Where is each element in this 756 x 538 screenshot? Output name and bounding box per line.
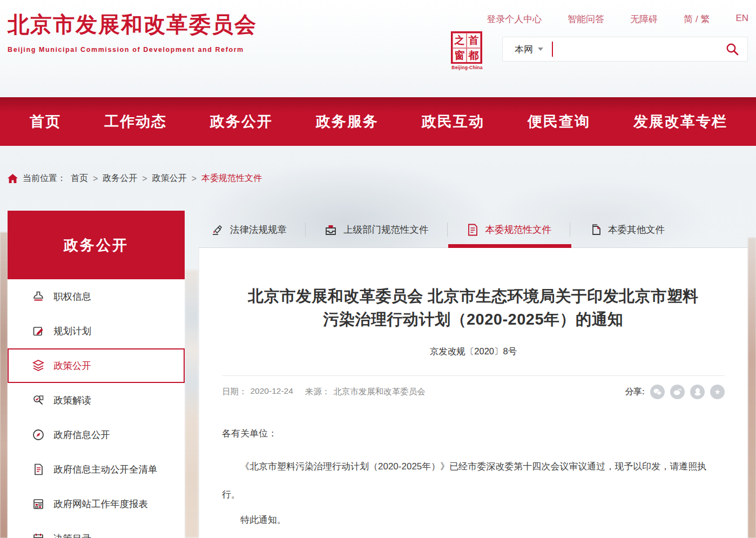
sidebar-item-policy-disclosure[interactable]: 政策公开 <box>8 348 185 383</box>
nav-item-reform-column[interactable]: 发展改革专栏 <box>633 112 727 131</box>
wechat-share-button[interactable] <box>650 385 665 399</box>
search-scope-dropdown[interactable]: 本网 <box>515 43 543 56</box>
nav-item-home[interactable]: 首页 <box>30 112 61 131</box>
nav-item-gov-services[interactable]: 政务服务 <box>316 112 379 131</box>
sidebar-item-website-annual-report[interactable]: 政府网站工作年度报表 <box>8 487 185 521</box>
breadcrumb-home[interactable]: 首页 <box>71 173 88 184</box>
article-source: 北京市发展和改革委员会 <box>333 386 426 398</box>
sidebar-item-gov-info-disclosure[interactable]: 政府信息公开 <box>8 418 185 452</box>
sidebar-item-decision-catalog[interactable]: 决策目录 <box>8 521 185 538</box>
sidebar-item-label: 政策解读 <box>53 394 91 407</box>
doc-pencil-icon <box>466 223 480 237</box>
page: { "header": { "site_title": "北京市发展和改革委员会… <box>0 0 756 538</box>
tab-divider <box>305 223 306 237</box>
article-panel: 北京市发展和改革委员会 北京市生态环境局关于印发北京市塑料 污染治理行动计划（2… <box>199 248 748 538</box>
sidebar-item-label: 政府信息公开 <box>53 428 110 441</box>
nav-item-work-news[interactable]: 工作动态 <box>104 112 167 131</box>
calendar-icon <box>31 532 45 538</box>
copy-doc-icon <box>589 223 602 237</box>
nav-item-public-interaction[interactable]: 政民互动 <box>422 112 484 131</box>
accessibility-link[interactable]: 无障碍 <box>630 13 658 25</box>
article-date: 2020-12-24 <box>251 386 293 398</box>
breadcrumb-separator: > <box>192 174 197 184</box>
document-icon <box>31 462 45 476</box>
tab-committee-other-docs[interactable]: 本委其他文件 <box>589 223 665 237</box>
source-label: 来源： <box>305 386 330 398</box>
inbox-icon <box>324 223 338 237</box>
edit-icon <box>31 324 45 338</box>
background-art-right <box>748 238 756 538</box>
text-cursor <box>552 42 553 57</box>
tab-divider <box>570 223 570 237</box>
search-bar: 本网 <box>502 37 748 62</box>
article-meta: 日期：2020-12-24 来源：北京市发展和改革委员会 <box>222 386 426 398</box>
simplified-traditional-link[interactable]: 简 / 繁 <box>684 13 710 25</box>
sidebar-item-label: 职权信息 <box>53 290 91 303</box>
chevron-down-icon <box>538 48 543 51</box>
nav-item-gov-disclosure[interactable]: 政务公开 <box>210 112 273 131</box>
search-scope-label: 本网 <box>515 43 533 56</box>
tab-label: 法律法规规章 <box>230 223 287 236</box>
article-title-line1: 北京市发展和改革委员会 北京市生态环境局关于印发北京市塑料 <box>222 285 725 308</box>
login-personal-center-link[interactable]: 登录个人中心 <box>487 13 542 25</box>
share-toolbar: 分享: ★ <box>625 385 725 399</box>
sidebar-item-label: 规划计划 <box>53 325 91 338</box>
tab-committee-normative-docs[interactable]: 本委规范性文件 <box>466 223 552 237</box>
seal-stamp-icon <box>211 223 224 237</box>
sidebar-item-label: 决策目录 <box>53 532 91 538</box>
tab-label: 本委其他文件 <box>608 223 665 236</box>
search-icon <box>725 42 739 56</box>
favorite-share-button[interactable]: ★ <box>710 385 725 399</box>
star-icon: ★ <box>714 388 721 396</box>
site-subtitle: Beijing Municipal Commission of Developm… <box>8 46 257 53</box>
share-label: 分享: <box>625 386 645 398</box>
sidebar-item-policy-interpretation[interactable]: 政策解读 <box>8 383 185 418</box>
weibo-share-button[interactable] <box>670 385 685 399</box>
article-meta-row: 日期：2020-12-24 来源：北京市发展和改革委员会 分享: <box>222 376 725 407</box>
main-navigation: 首页 工作动态 政务公开 政务服务 政民互动 便民查询 发展改革专栏 <box>0 97 756 146</box>
sidebar-title: 政务公开 <box>8 211 185 279</box>
breadcrumb-current[interactable]: 本委规范性文件 <box>201 173 262 184</box>
search-input[interactable] <box>555 38 721 60</box>
seal-char: 之 <box>453 33 467 48</box>
seal-icon: 之 首 窗 都 <box>451 31 482 64</box>
tab-superior-normative-docs[interactable]: 上级部门规范性文件 <box>324 223 429 237</box>
sidebar-item-label: 政府网站工作年度报表 <box>53 497 148 510</box>
tab-label: 本委规范性文件 <box>485 223 552 236</box>
article-paragraph: 《北京市塑料污染治理行动计划（2020-2025年）》已经市委深改委第十四次会议… <box>222 453 725 509</box>
header-utility-links: 登录个人中心 智能问答 无障碍 简 / 繁 EN <box>487 13 748 25</box>
compass-icon <box>31 428 45 442</box>
breadcrumb-label: 当前位置： <box>23 173 66 184</box>
wechat-icon <box>653 388 662 395</box>
smart-qa-link[interactable]: 智能问答 <box>568 13 604 25</box>
seal-char: 都 <box>467 48 481 63</box>
sidebar-item-planning[interactable]: 规划计划 <box>8 314 185 348</box>
search-button[interactable] <box>721 38 743 60</box>
english-link[interactable]: EN <box>735 13 748 25</box>
qq-share-button[interactable] <box>690 385 705 399</box>
breadcrumb-separator: > <box>93 174 98 184</box>
breadcrumb-gov-disclosure[interactable]: 政务公开 <box>103 173 137 184</box>
beijing-china-seal-logo[interactable]: 之 首 窗 都 Beijing-China <box>451 31 483 70</box>
seal-caption: Beijing-China <box>451 65 483 70</box>
active-tab-underline <box>448 244 571 248</box>
search-check-icon <box>31 393 45 407</box>
tab-label: 上级部门规范性文件 <box>343 223 429 236</box>
seal-char: 窗 <box>453 48 467 63</box>
home-icon[interactable] <box>8 174 18 183</box>
seal-char: 首 <box>467 33 481 48</box>
site-title: 北京市发展和改革委员会 <box>8 10 257 39</box>
tab-divider <box>447 223 448 237</box>
breadcrumb-separator: > <box>142 174 147 184</box>
site-header: 北京市发展和改革委员会 Beijing Municipal Commission… <box>0 0 756 81</box>
background-art-gutter <box>185 270 199 538</box>
content-tabs: 法律法规规章 上级部门规范性文件 本委规范性文件 本委其他文件 <box>211 219 665 240</box>
layers-icon <box>31 359 45 373</box>
breadcrumb-policy-disclosure[interactable]: 政策公开 <box>152 173 187 184</box>
nav-item-convenient-inquiry[interactable]: 便民查询 <box>528 112 590 131</box>
sidebar-menu: 职权信息 规划计划 政策公开 政策解读 政府信息公开 <box>8 279 185 538</box>
sidebar-item-proactive-disclosure-list[interactable]: 政府信息主动公开全清单 <box>8 452 185 487</box>
tab-laws-regulations[interactable]: 法律法规规章 <box>211 223 287 237</box>
site-logo[interactable]: 北京市发展和改革委员会 Beijing Municipal Commission… <box>8 10 257 53</box>
sidebar-item-authority-info[interactable]: 职权信息 <box>8 279 185 314</box>
